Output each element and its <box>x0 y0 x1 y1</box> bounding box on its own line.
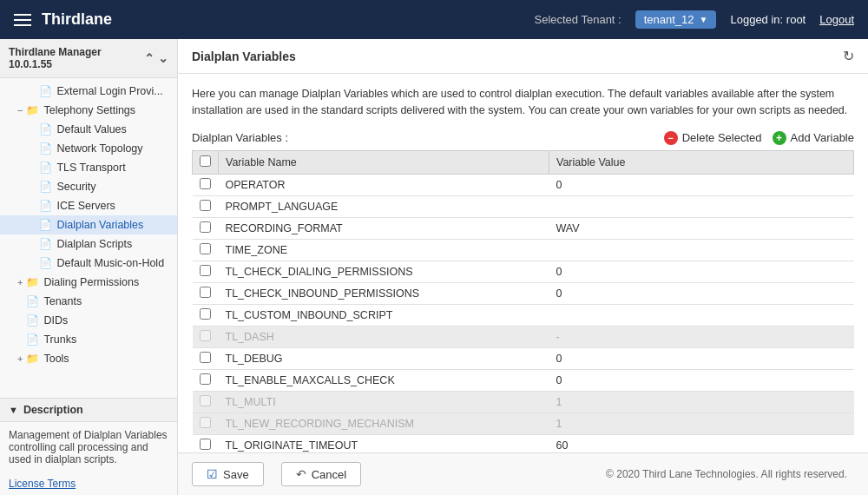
sidebar-item-dialplan-scripts[interactable]: +📄Dialplan Scripts <box>0 234 177 254</box>
table-row: TL_MULTI 1 <box>193 391 854 412</box>
refresh-icon[interactable]: ↻ <box>843 48 854 64</box>
variable-name: TL_ENABLE_MAXCALLS_CHECK <box>219 369 549 391</box>
sidebar-item-dialing-permissions[interactable]: +📁Dialing Permissions <box>0 273 177 292</box>
row-checkbox[interactable] <box>200 439 211 450</box>
table-row: TL_DEBUG 0 <box>193 347 854 369</box>
variable-value: 0 <box>549 261 854 282</box>
row-checkbox-cell <box>193 326 219 347</box>
row-checkbox[interactable] <box>200 330 211 341</box>
variable-name: TIME_ZONE <box>219 239 549 261</box>
row-checkbox[interactable] <box>200 417 211 428</box>
sidebar-item-tools[interactable]: +📁Tools <box>0 349 177 368</box>
doc-icon: 📄 <box>39 219 52 231</box>
variable-name: TL_ORIGINATE_TIMEOUT <box>219 434 549 452</box>
variable-name: TL_DEBUG <box>219 347 549 369</box>
sidebar-title: Thirdlane Manager 10.0.1.55 <box>9 46 144 70</box>
row-checkbox[interactable] <box>200 243 211 254</box>
description-toggle[interactable]: ▼ Description <box>0 399 177 422</box>
table-row: OPERATOR 0 <box>193 174 854 195</box>
sidebar-item-security[interactable]: +📄Security <box>0 177 177 196</box>
sidebar-bottom: ▼ Description Management of Dialplan Var… <box>0 398 177 495</box>
expand-icon[interactable]: ⌄ <box>158 51 168 65</box>
row-checkbox[interactable] <box>200 287 211 298</box>
menu-icon[interactable] <box>14 14 31 26</box>
doc-icon: 📄 <box>39 123 52 135</box>
table-row: TL_ORIGINATE_TIMEOUT 60 <box>193 434 854 452</box>
license-link[interactable]: License Terms <box>0 472 177 495</box>
logout-button[interactable]: Logout <box>819 13 854 26</box>
variables-table: Variable Name Variable Value OPERATOR 0 … <box>192 150 854 453</box>
variable-value: 1 <box>549 412 854 434</box>
sidebar-item-dids[interactable]: +📄DIDs <box>0 311 177 330</box>
table-row: TL_CHECK_INBOUND_PERMISSIONS 0 <box>193 282 854 304</box>
sidebar: Thirdlane Manager 10.0.1.55 ⌃ ⌄ +📄Extern… <box>0 39 178 495</box>
col-header-name: Variable Name <box>219 150 549 174</box>
variable-name: TL_NEW_RECORDING_MECHANISM <box>219 412 549 434</box>
delete-selected-button[interactable]: − Delete Selected <box>664 131 762 145</box>
sidebar-item-default-music[interactable]: +📄Default Music-on-Hold <box>0 254 177 273</box>
variable-value <box>549 239 854 261</box>
row-checkbox-cell <box>193 261 219 282</box>
row-checkbox-cell <box>193 174 219 195</box>
save-button[interactable]: ☑ Save <box>192 462 264 486</box>
variable-name: TL_CUSTOM_INBOUND_SCRIPT <box>219 304 549 326</box>
table-row: TL_CHECK_DIALING_PERMISSIONS 0 <box>193 261 854 282</box>
tenant-selector[interactable]: tenant_12 ▼ <box>635 10 717 29</box>
sidebar-item-label: Trunks <box>43 333 76 346</box>
doc-icon: 📄 <box>39 85 52 97</box>
sidebar-item-label: Telephony Settings <box>43 104 135 116</box>
doc-icon: 📄 <box>26 295 39 307</box>
sidebar-item-label: Dialing Permissions <box>43 276 139 288</box>
select-all-checkbox[interactable] <box>200 155 211 167</box>
toggle-icon: + <box>17 277 23 287</box>
row-checkbox-cell <box>193 412 219 434</box>
add-variable-button[interactable]: + Add Variable <box>773 131 854 145</box>
row-checkbox-cell <box>193 304 219 326</box>
delete-icon: − <box>664 131 678 145</box>
variable-value <box>549 304 854 326</box>
delete-label: Delete Selected <box>682 131 762 144</box>
table-row: TIME_ZONE <box>193 239 854 261</box>
folder-icon: 📁 <box>26 276 39 288</box>
save-icon: ☑ <box>207 467 218 481</box>
table-row: TL_NEW_RECORDING_MECHANISM 1 <box>193 412 854 434</box>
row-checkbox[interactable] <box>200 352 211 363</box>
doc-icon: 📄 <box>39 142 52 155</box>
sidebar-item-dialplan-variables[interactable]: +📄Dialplan Variables <box>0 215 177 234</box>
table-header-bar: Dialplan Variables : − Delete Selected +… <box>192 131 854 145</box>
sidebar-item-label: DIDs <box>43 314 68 327</box>
sidebar-item-tenants[interactable]: +📄Tenants <box>0 292 177 311</box>
sidebar-item-external-login[interactable]: +📄External Login Provi... <box>0 82 177 101</box>
sidebar-item-default-values[interactable]: +📄Default Values <box>0 120 177 139</box>
row-checkbox[interactable] <box>200 200 211 211</box>
table-actions: − Delete Selected + Add Variable <box>664 131 854 145</box>
content-area: Dialplan Variables ↻ Here you can manage… <box>178 39 868 495</box>
toggle-icon: − <box>17 105 23 116</box>
variable-value: 60 <box>549 434 854 452</box>
variable-name: RECORDING_FORMAT <box>219 217 549 239</box>
row-checkbox-cell <box>193 347 219 369</box>
row-checkbox[interactable] <box>200 178 211 189</box>
table-row: TL_CUSTOM_INBOUND_SCRIPT <box>193 304 854 326</box>
collapse-icon[interactable]: ⌃ <box>144 51 155 65</box>
sidebar-item-telephony-settings[interactable]: −📁Telephony Settings <box>0 101 177 120</box>
add-icon: + <box>773 131 786 145</box>
sidebar-item-label: Network Topology <box>56 142 142 155</box>
logged-in-label: Logged in: root <box>730 13 806 26</box>
variable-value: 0 <box>549 282 854 304</box>
row-checkbox[interactable] <box>200 308 211 320</box>
sidebar-item-label: External Login Provi... <box>56 85 162 97</box>
content-header: Dialplan Variables ↻ <box>178 39 868 74</box>
sidebar-item-tls-transport[interactable]: +📄TLS Transport <box>0 158 177 177</box>
sidebar-item-network-topology[interactable]: +📄Network Topology <box>0 139 177 158</box>
row-checkbox[interactable] <box>200 265 211 276</box>
sidebar-item-trunks[interactable]: +📄Trunks <box>0 330 177 349</box>
row-checkbox[interactable] <box>200 395 211 406</box>
row-checkbox[interactable] <box>200 373 211 385</box>
row-checkbox[interactable] <box>200 221 211 233</box>
doc-icon: 📄 <box>39 162 52 174</box>
cancel-button[interactable]: ↶ Cancel <box>281 462 361 486</box>
save-label: Save <box>223 468 249 481</box>
tenant-label: Selected Tenant : <box>534 13 621 26</box>
sidebar-item-ice-servers[interactable]: +📄ICE Servers <box>0 196 177 215</box>
